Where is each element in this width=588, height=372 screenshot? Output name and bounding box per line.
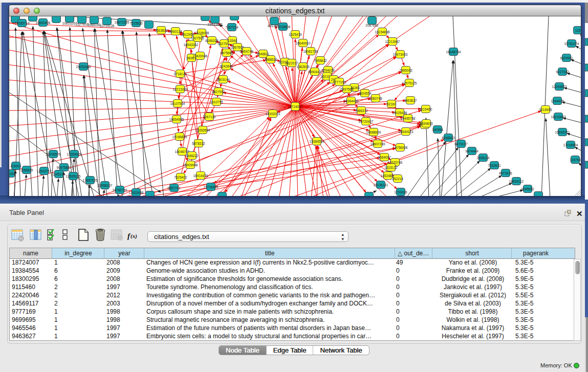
svg-text:7663822: 7663822: [155, 29, 168, 32]
svg-text:1325419: 1325419: [289, 33, 302, 36]
svg-text:16154838: 16154838: [375, 30, 390, 34]
svg-text:15716485: 15716485: [204, 185, 219, 189]
svg-text:3454749: 3454749: [240, 50, 253, 53]
svg-text:1733426: 1733426: [394, 190, 407, 194]
svg-text:18807249: 18807249: [371, 142, 385, 146]
svg-text:7955822: 7955822: [314, 59, 327, 62]
svg-text:7986372: 7986372: [355, 109, 368, 113]
svg-text:2367608: 2367608: [231, 46, 244, 49]
svg-text:12359928: 12359928: [67, 152, 82, 156]
svg-text:16671355: 16671355: [115, 20, 129, 24]
svg-text:16033809: 16033809: [208, 23, 223, 26]
svg-text:9463627: 9463627: [404, 99, 417, 102]
svg-text:1145194: 1145194: [53, 172, 66, 176]
svg-text:12213987: 12213987: [385, 40, 400, 43]
svg-text:10973493: 10973493: [393, 53, 408, 56]
svg-text:10654112: 10654112: [509, 180, 524, 183]
svg-text:12975125: 12975125: [402, 81, 417, 85]
svg-text:14495758: 14495758: [401, 117, 416, 120]
svg-text:12505135: 12505135: [66, 174, 81, 178]
svg-text:2935114: 2935114: [477, 156, 490, 160]
svg-text:8475685: 8475685: [220, 51, 233, 55]
svg-text:16107554: 16107554: [170, 102, 185, 105]
svg-text:20691406: 20691406: [36, 21, 51, 25]
svg-text:7515526: 7515526: [129, 21, 143, 25]
svg-text:3498222: 3498222: [185, 154, 199, 158]
svg-text:16210643: 16210643: [551, 115, 566, 119]
svg-text:5878332: 5878332: [192, 142, 205, 145]
svg-text:7625402: 7625402: [174, 176, 187, 179]
svg-text:12942757: 12942757: [37, 169, 52, 173]
svg-text:10688609: 10688609: [366, 130, 381, 134]
svg-text:6479197: 6479197: [454, 142, 468, 146]
svg-text:9546821: 9546821: [256, 52, 270, 56]
svg-text:17857225: 17857225: [83, 179, 98, 182]
svg-text:39154: 39154: [9, 172, 15, 176]
svg-text:1327505: 1327505: [191, 36, 204, 40]
svg-text:16549323: 16549323: [399, 130, 413, 134]
svg-text:6794028: 6794028: [321, 69, 335, 72]
svg-text:2087682: 2087682: [365, 24, 379, 27]
svg-text:8471676: 8471676: [499, 171, 512, 175]
svg-text:3215955: 3215955: [539, 108, 552, 112]
svg-text:19218506: 19218506: [276, 25, 291, 29]
svg-text:62160: 62160: [387, 102, 396, 106]
svg-text:1362615: 1362615: [296, 65, 310, 69]
svg-text:90975887: 90975887: [57, 166, 72, 169]
svg-text:13302023: 13302023: [266, 112, 280, 116]
svg-text:3267110: 3267110: [203, 115, 216, 119]
svg-text:14055713: 14055713: [15, 21, 30, 25]
svg-text:1910755: 1910755: [210, 100, 223, 104]
svg-text:16914479: 16914479: [193, 174, 208, 178]
svg-text:9227342: 9227342: [556, 70, 569, 74]
svg-text:3822037: 3822037: [285, 61, 298, 65]
svg-text:17016504: 17016504: [563, 143, 578, 147]
svg-text:9474444: 9474444: [465, 149, 478, 153]
svg-text:16543362: 16543362: [184, 43, 199, 47]
svg-text:13546: 13546: [228, 39, 237, 42]
svg-text:19654985: 19654985: [169, 118, 184, 121]
svg-text:140954: 140954: [432, 128, 443, 132]
svg-text:7588520: 7588520: [264, 58, 277, 61]
svg-text:16961758: 16961758: [303, 50, 318, 53]
svg-text:1615132: 1615132: [384, 166, 398, 169]
svg-text:19166825: 19166825: [172, 135, 187, 139]
svg-text:10958107: 10958107: [98, 184, 113, 187]
svg-text:13353594: 13353594: [195, 128, 210, 132]
svg-text:16782759: 16782759: [113, 188, 127, 192]
svg-text:12923448: 12923448: [129, 191, 144, 194]
svg-text:6497568: 6497568: [340, 87, 354, 91]
svg-text:3912954: 3912954: [181, 33, 194, 36]
svg-text:8938923: 8938923: [442, 136, 455, 140]
svg-text:8186328: 8186328: [205, 39, 219, 42]
svg-text:15720407: 15720407: [359, 120, 374, 123]
svg-text:9777169: 9777169: [333, 80, 346, 84]
svg-text:15692971: 15692971: [555, 130, 570, 134]
svg-text:15751074: 15751074: [564, 42, 579, 46]
svg-text:20364436: 20364436: [344, 99, 359, 103]
svg-text:1527602: 1527602: [75, 23, 89, 26]
svg-text:18724007: 18724007: [288, 105, 303, 108]
svg-text:6966160: 6966160: [88, 23, 101, 27]
svg-text:9245652: 9245652: [521, 187, 534, 191]
svg-text:9115460: 9115460: [420, 107, 432, 111]
svg-text:15136141: 15136141: [374, 183, 388, 187]
svg-text:9699695: 9699695: [420, 122, 433, 125]
svg-text:7357224: 7357224: [225, 26, 238, 29]
svg-text:12093872: 12093872: [552, 85, 567, 89]
svg-text:19384554: 19384554: [310, 140, 324, 143]
svg-text:1156829: 1156829: [20, 168, 33, 172]
svg-text:20206576: 20206576: [46, 152, 61, 156]
svg-text:415001: 415001: [10, 164, 21, 168]
svg-text:9329961: 9329961: [560, 56, 573, 60]
svg-text:3824554: 3824554: [358, 92, 372, 95]
svg-text:10719135: 10719135: [100, 24, 115, 28]
svg-text:7632621: 7632621: [488, 164, 501, 167]
svg-text:9242848: 9242848: [220, 64, 233, 68]
svg-text:12213389: 12213389: [173, 87, 188, 91]
svg-text:1244415: 1244415: [551, 99, 564, 103]
svg-text:23420046: 23420046: [193, 54, 208, 58]
svg-text:15909948: 15909948: [183, 163, 198, 167]
svg-text:(x): (x): [130, 233, 137, 239]
svg-text:8427552: 8427552: [212, 90, 225, 94]
